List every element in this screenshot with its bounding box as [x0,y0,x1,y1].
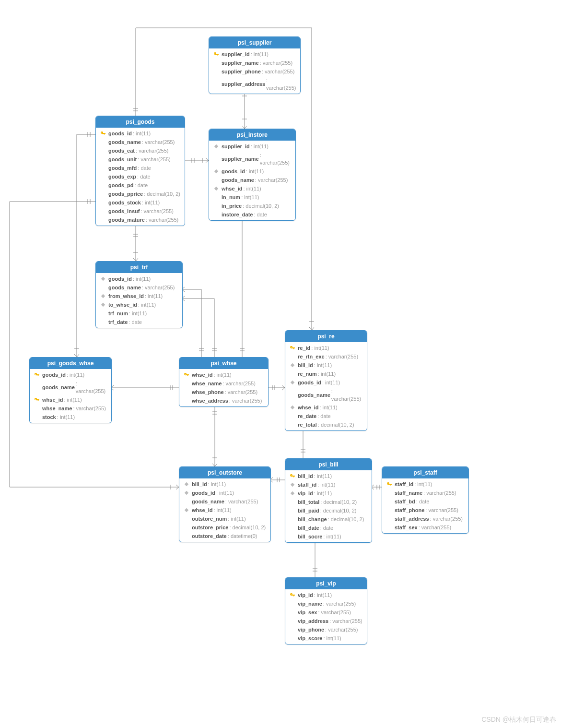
column-name: goods_name [108,284,141,291]
column-name: staff_bd [395,498,415,505]
table-psi_outstore[interactable]: psi_outstorebill_id: int(11)goods_id: in… [179,466,271,542]
column-type: : varchar(255) [136,147,168,155]
column-row: supplier_phone: varchar(255) [209,67,300,76]
table-psi_supplier[interactable]: psi_suppliersupplier_id: int(11)supplier… [209,36,301,94]
column-row: in_num: int(11) [209,193,295,202]
table-psi_re[interactable]: psi_rere_id: int(11)re_rtn_exc: varchar(… [285,330,367,431]
column-type: : int(11) [251,143,269,150]
column-type: : varchar(255) [423,489,456,497]
column-name: whse_id [222,185,242,192]
key-icon [386,481,393,488]
column-row: staff_phone: varchar(255) [382,506,468,514]
column-name: goods_id [222,167,245,175]
blank-icon [183,397,190,404]
column-type: : varchar(255) [73,405,105,412]
column-row: bill_date: date [285,524,372,532]
column-type: : varchar(255) [425,506,458,514]
column-type: : date [416,498,430,505]
column-name: in_num [222,193,240,201]
diamond-icon [183,507,190,513]
table-psi_bill[interactable]: psi_billbill_id: int(11)staff_id: int(11… [285,458,372,543]
blank-icon [183,389,190,395]
column-name: vip_name [298,600,322,608]
column-row: vip_id: int(11) [285,591,367,599]
column-type: : int(11) [311,344,329,352]
column-name: goods_id [42,371,66,379]
column-type: : decimal(10, 2) [328,515,364,523]
diamond-icon [213,143,220,150]
blank-icon [213,194,220,201]
column-name: goods_name [192,498,224,505]
table-psi_trf[interactable]: psi_trfgoods_id: int(11)goods_name: varc… [95,261,183,328]
column-row: whse_name: varchar(255) [30,404,111,413]
column-name: re_date [298,412,316,420]
column-name: goods_name [298,391,330,399]
column-type: : int(11) [322,379,340,386]
column-name: bill_total [298,498,319,506]
column-name: goods_stock [108,199,141,206]
blank-icon [213,60,220,66]
blank-icon [386,498,393,505]
column-type: : int(11) [318,370,336,378]
column-row: instore_date: date [209,210,295,219]
column-type: : varchar(255) [318,609,351,616]
column-type: : varchar(255) [255,176,288,184]
column-type: : int(11) [213,506,231,514]
column-row: outstore_num: int(11) [179,514,270,523]
blank-icon [213,203,220,209]
blank-icon [386,524,393,531]
column-row: re_rtn_exc: varchar(255) [285,352,367,361]
table-psi_goods[interactable]: psi_goodsgoods_id: int(11)goods_name: va… [95,116,185,226]
column-type: : decimal(10, 2) [243,202,279,210]
blank-icon [100,156,106,163]
table-psi_whse[interactable]: psi_whsewhse_id: int(11)whse_name: varch… [179,357,269,407]
blank-icon [100,216,106,223]
column-row: goods_mfd: date [96,164,185,172]
blank-icon [289,525,296,531]
column-name: bill_date [298,524,319,532]
column-row: goods_stock: int(11) [96,198,185,207]
table-psi_staff[interactable]: psi_staffstaff_id: int(11)staff_name: va… [382,466,469,534]
table-body: vip_id: int(11)vip_name: varchar(255)vip… [285,589,367,644]
column-row: vip_score: int(11) [285,634,367,643]
column-row: bill_paid: decimal(10, 2) [285,506,372,515]
diamond-icon [100,301,106,308]
column-row: bill_id: int(11) [285,361,367,370]
diamond-icon [289,481,296,488]
table-body: goods_id: int(11)goods_name: varchar(255… [30,369,111,423]
column-row: goods_id: int(11) [209,167,295,176]
diamond-icon [100,275,106,282]
column-row: re_total: decimal(10, 2) [285,420,367,429]
table-psi_vip[interactable]: psi_vipvip_id: int(11)vip_name: varchar(… [285,577,367,644]
column-row: bill_socre: int(11) [285,532,372,541]
column-name: whse_id [192,371,212,379]
column-type: : varchar(255) [146,216,178,224]
column-type: : int(11) [323,533,341,540]
erd-canvas: psi_suppliersupplier_id: int(11)supplier… [0,0,561,728]
column-row: goods_mature: varchar(255) [96,215,185,224]
column-type: : int(11) [208,480,226,488]
column-row: goods_name: varchar(255) [96,283,182,292]
diamond-icon [289,379,296,386]
column-name: bill_paid [298,507,319,514]
column-type: : int(11) [243,185,261,192]
blank-icon [100,208,106,215]
blank-icon [289,600,296,607]
column-type: : date [320,524,334,532]
column-row: vip_phone: varchar(255) [285,625,367,634]
column-row: outstore_date: datetime(0) [179,532,270,540]
column-type: : int(11) [216,489,234,497]
table-psi_goods_whse[interactable]: psi_goods_whsegoods_id: int(11)goods_nam… [29,357,112,423]
column-name: whse_address [192,397,228,405]
blank-icon [213,81,220,87]
column-row: goods_exp: date [96,172,185,181]
column-name: bill_id [192,480,207,488]
column-type: : int(11) [67,371,84,379]
column-name: staff_id [395,480,413,488]
column-row: from_whse_id: int(11) [96,292,182,300]
column-type: : int(11) [314,361,332,369]
blank-icon [100,319,106,325]
blank-icon [289,626,296,633]
table-psi_instore[interactable]: psi_instoresupplier_id: int(11)supplier_… [209,129,296,221]
column-name: supplier_name [222,59,259,67]
